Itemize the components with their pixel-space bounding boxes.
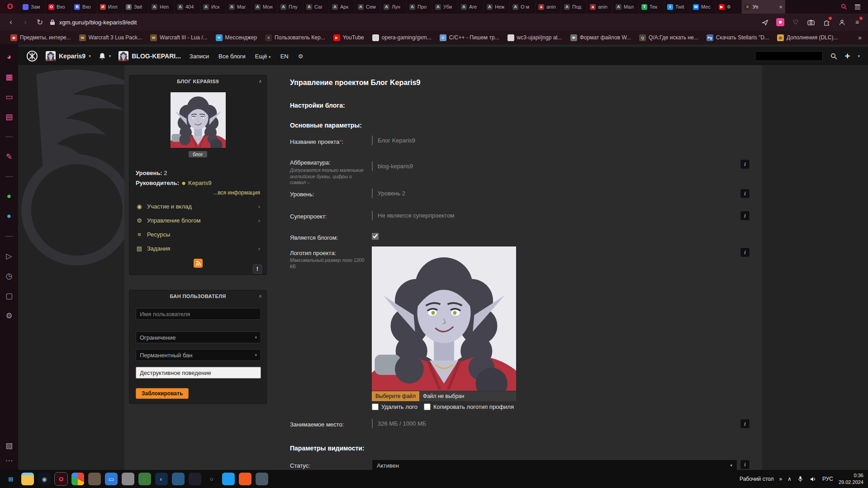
alert-button[interactable]: ! bbox=[253, 265, 262, 274]
heart-icon[interactable]: ♡ bbox=[791, 18, 800, 27]
all-info-link[interactable]: ...вся информация bbox=[213, 190, 260, 196]
share-icon[interactable] bbox=[760, 18, 769, 27]
language-switch[interactable]: EN bbox=[280, 53, 289, 60]
desktop-toolbar-label[interactable]: Рабочий стол bbox=[740, 476, 773, 482]
nav-more[interactable]: Ещё ▾ bbox=[254, 53, 272, 60]
bookmark-item[interactable]: X Пользователь Кер... bbox=[261, 33, 329, 43]
gx-mods-icon[interactable]: ▦ bbox=[0, 67, 18, 87]
project-name-input[interactable]: Блог Keparis9 bbox=[372, 136, 508, 145]
bookmark-item[interactable]: Pg Скачать Stellaris "D... bbox=[702, 33, 773, 43]
browser-tab[interactable]: А Иск bbox=[200, 0, 226, 14]
blog-avatar-image[interactable] bbox=[171, 92, 226, 148]
divider[interactable]: — bbox=[0, 226, 18, 246]
bookmark-item[interactable]: W Warcraft III - Lua /... bbox=[146, 33, 212, 43]
browser-tab[interactable]: А Аге bbox=[458, 0, 484, 14]
player-icon[interactable]: ▷ bbox=[0, 246, 18, 266]
volume-icon[interactable] bbox=[810, 475, 817, 483]
superproject-input[interactable]: Не является суперпроектом bbox=[372, 211, 508, 220]
blog-menu-item[interactable]: ≡ Ресурсы bbox=[129, 227, 266, 242]
browser-tab[interactable]: А Сем bbox=[355, 0, 381, 14]
blog-menu-item[interactable]: ⚙ Управление блогом › bbox=[129, 213, 266, 227]
easy-setup-icon[interactable]: ≡ bbox=[853, 18, 862, 27]
bookmark-item[interactable]: Q Q/A:Где искать не... bbox=[635, 33, 702, 43]
collapse-chevron-icon[interactable]: ∧ bbox=[259, 294, 262, 298]
browser-tab[interactable]: З Звё bbox=[123, 0, 149, 14]
browser-tab[interactable]: M Мес bbox=[690, 0, 716, 14]
bookmark-item[interactable]: W Warcraft 3 Lua Pack... bbox=[75, 33, 146, 43]
calendar-icon[interactable]: ▤ bbox=[0, 107, 18, 127]
browser-tab[interactable]: a anin bbox=[587, 0, 613, 14]
site-search-input[interactable] bbox=[755, 51, 823, 61]
ban-reason-input[interactable] bbox=[136, 367, 261, 379]
sidebar-more-icon[interactable]: ⋯ bbox=[5, 456, 13, 465]
mic-icon[interactable] bbox=[797, 475, 804, 483]
browser-tab[interactable]: А Мои bbox=[252, 0, 278, 14]
notifications-menu[interactable]: ▾ bbox=[99, 52, 111, 60]
snapshot-icon[interactable] bbox=[806, 18, 816, 27]
search-icon[interactable] bbox=[830, 53, 837, 60]
info-icon[interactable]: i bbox=[740, 211, 750, 221]
active-tab[interactable]: X Уп × bbox=[742, 0, 785, 14]
info-icon[interactable]: i bbox=[740, 247, 750, 257]
divider[interactable]: — bbox=[0, 166, 18, 186]
status-select[interactable]: Активен ▾ bbox=[372, 460, 737, 470]
green-app[interactable] bbox=[138, 473, 151, 485]
ban-submit-button[interactable]: Заблокировать bbox=[136, 388, 189, 399]
bookmark-item[interactable]: Ф Формат файлов W... bbox=[566, 33, 635, 43]
collapse-chevron-icon[interactable]: ∧ bbox=[259, 79, 262, 84]
browser-tab[interactable]: И Илл bbox=[97, 0, 123, 14]
url-field[interactable]: xgm.guru/p/blog-keparis9/edit bbox=[50, 19, 755, 26]
info-icon[interactable]: i bbox=[740, 419, 750, 429]
project-menu[interactable]: BLOG-KEPARI... bbox=[119, 51, 181, 61]
bookmark-item[interactable]: ◉ Предметы, интере... bbox=[6, 33, 75, 43]
dark-app[interactable] bbox=[189, 473, 201, 485]
level-input[interactable]: Уровень 2 bbox=[372, 189, 508, 198]
python-app[interactable] bbox=[172, 473, 185, 485]
is-blog-checkbox[interactable] bbox=[372, 233, 379, 240]
divider[interactable]: — bbox=[0, 127, 18, 147]
browser-tab[interactable]: А Неж bbox=[484, 0, 510, 14]
browser-tab[interactable]: А 404 bbox=[175, 0, 200, 14]
hidden-icons-chevron[interactable]: ∧ bbox=[787, 476, 792, 482]
forward-button[interactable]: › bbox=[21, 18, 30, 27]
gray-app[interactable] bbox=[122, 473, 134, 485]
browser-tab[interactable]: А Арк bbox=[329, 0, 355, 14]
box-icon[interactable]: ▢ bbox=[0, 286, 18, 306]
chrome[interactable] bbox=[71, 473, 84, 485]
browser-tab[interactable]: Зам bbox=[20, 0, 46, 14]
choose-file-button[interactable]: Выберите файл bbox=[372, 391, 419, 401]
keyboard-language[interactable]: РУС bbox=[822, 476, 833, 482]
browser-tab[interactable]: T Тек bbox=[639, 0, 664, 14]
browser-tab[interactable]: А Неп bbox=[149, 0, 175, 14]
xgm-logo[interactable] bbox=[26, 50, 38, 62]
opera-gx[interactable]: O bbox=[55, 473, 67, 485]
steam[interactable]: ◉ bbox=[38, 473, 51, 485]
panels-icon[interactable]: ▧ bbox=[5, 441, 13, 450]
browser-tab[interactable]: O Вхо bbox=[46, 0, 71, 14]
ban-restriction-select[interactable]: Ограничение ▾ bbox=[136, 332, 261, 343]
vscode[interactable] bbox=[222, 473, 235, 485]
steel-app[interactable] bbox=[256, 473, 268, 485]
orange-app[interactable] bbox=[239, 473, 251, 485]
copy-logo-checkbox[interactable] bbox=[424, 403, 431, 410]
extensions-icon[interactable] bbox=[822, 18, 831, 27]
info-icon[interactable]: i bbox=[740, 460, 750, 469]
browser-tab[interactable]: А О м bbox=[510, 0, 536, 14]
dark-sphere-app[interactable]: ◐ bbox=[155, 473, 168, 485]
remote-desktop[interactable]: ▭ bbox=[105, 473, 118, 485]
blog-menu-item[interactable]: ◉ Участие и вклад › bbox=[129, 199, 266, 213]
delete-logo-checkbox[interactable] bbox=[372, 403, 379, 410]
user-menu[interactable]: Keparis9 ▾ bbox=[46, 51, 91, 61]
bookmarks-overflow-chevron[interactable]: » bbox=[858, 34, 862, 41]
tab-menu-icon[interactable] bbox=[854, 4, 861, 10]
bookmark-item[interactable]: wc3-ujapi/jngp at... bbox=[503, 33, 566, 43]
browser-tab[interactable]: А Саг bbox=[304, 0, 329, 14]
bookmark-item[interactable]: ▦ Дополнения (DLC)... bbox=[773, 33, 842, 43]
desktop-toolbar-chevron[interactable]: » bbox=[779, 476, 782, 482]
bookmark-item[interactable]: ✉ Мессенджер bbox=[212, 33, 261, 43]
browser-tab[interactable]: А Мал bbox=[613, 0, 639, 14]
add-content-button[interactable]: + bbox=[845, 52, 850, 61]
ring-app[interactable]: ○ bbox=[205, 473, 218, 485]
history-icon[interactable]: ◷ bbox=[0, 266, 18, 286]
rss-icon[interactable] bbox=[194, 259, 203, 268]
